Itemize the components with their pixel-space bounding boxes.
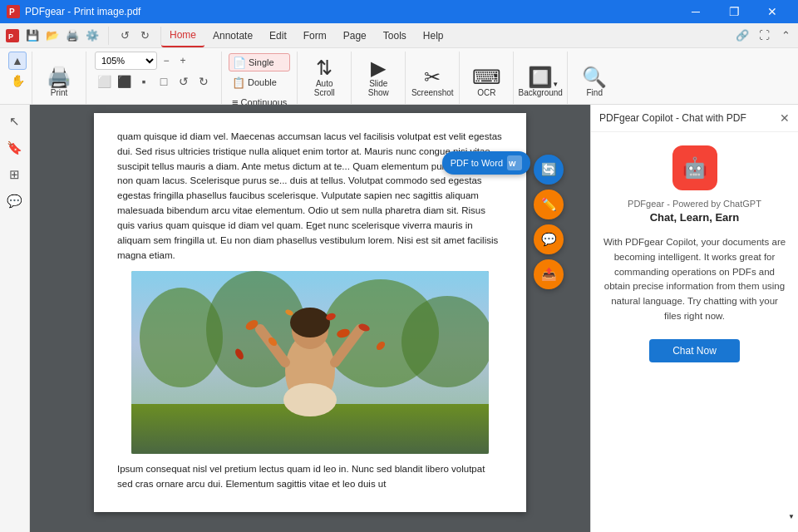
sidebar-cursor-button[interactable]: ↖	[3, 110, 27, 133]
menu-bar: P 💾 📂 🖨️ ⚙️ ↺ ↻ Home Annotate Edit Form …	[0, 23, 798, 48]
save-button[interactable]: 💾	[23, 27, 42, 45]
print-group: 🖨️ Print	[32, 52, 86, 104]
actual-size-button[interactable]: □	[155, 72, 173, 91]
pdf-to-word-button[interactable]: PDF to Word W	[442, 151, 530, 175]
pdf-to-word-label: PDF to Word	[451, 158, 503, 168]
quick-access-toolbar: P 💾 📂 🖨️ ⚙️	[3, 27, 108, 45]
print-button[interactable]: 🖨️ Print	[37, 52, 81, 100]
expand-button[interactable]: ⛶	[755, 27, 773, 45]
restore-button[interactable]: ❐	[715, 0, 753, 23]
rotate-right-button[interactable]: ↻	[195, 72, 213, 91]
hand-tool-button[interactable]: ✋	[8, 71, 27, 90]
auto-scroll-button[interactable]: ⇅ Auto Scroll ▼	[303, 52, 346, 100]
app-logo-button[interactable]: P	[3, 27, 22, 45]
copilot-tagline: Chat, Learn, Earn	[650, 211, 740, 224]
fit-page-button[interactable]: ⬜	[95, 72, 113, 91]
double-view-button[interactable]: 📋 Double	[229, 73, 290, 91]
auto-scroll-label: Auto Scroll	[304, 79, 344, 97]
tab-home[interactable]: Home	[161, 24, 204, 47]
zoom-in-button[interactable]: +	[175, 53, 190, 68]
tab-help[interactable]: Help	[415, 24, 452, 47]
tab-page[interactable]: Page	[335, 24, 375, 47]
window-title: PDFgear - Print image.pdf	[25, 6, 677, 17]
float-edit-button[interactable]: ✏️	[534, 190, 564, 219]
svg-point-17	[283, 383, 337, 416]
fit-height-button[interactable]: ▪	[135, 72, 153, 91]
copilot-logo: 🤖	[672, 145, 717, 190]
pdf-to-word-icon: W	[507, 155, 522, 170]
tab-annotate[interactable]: Annotate	[204, 24, 261, 47]
tab-edit[interactable]: Edit	[261, 24, 295, 47]
svg-point-14	[290, 308, 330, 337]
selection-tools-group: ▲ ✋	[3, 52, 32, 104]
redo-button[interactable]: ↻	[135, 27, 154, 45]
svg-point-10	[401, 296, 489, 387]
rotate-left-button[interactable]: ↺	[175, 72, 193, 91]
single-view-button[interactable]: 📄 Single	[229, 53, 290, 71]
ocr-button[interactable]: ⌨ OCR	[465, 52, 508, 100]
app-icon: P	[7, 5, 20, 18]
find-button[interactable]: 🔍 Find	[573, 52, 616, 100]
slide-show-icon: ▶	[371, 58, 386, 78]
panel-title: PDFgear Copilot - Chat with PDF	[599, 112, 746, 124]
double-icon: 📋	[232, 76, 245, 89]
main-content: ↖ 🔖 ⊞ 💬 PDF to Word W 🔄 ✏️ 💬 📤 quam quis…	[0, 105, 798, 532]
pdf-viewer[interactable]: PDF to Word W 🔄 ✏️ 💬 📤 quam quisque id d…	[30, 105, 590, 532]
find-icon: 🔍	[582, 67, 607, 87]
background-arrow-icon: ▼	[552, 81, 559, 88]
tab-form[interactable]: Form	[295, 24, 335, 47]
minimize-button[interactable]: ─	[677, 0, 715, 23]
background-button[interactable]: 🔲 Background ▼	[519, 52, 562, 100]
copilot-panel: PDFgear Copilot - Chat with PDF ✕ 🤖 PDFg…	[590, 105, 798, 532]
pdf-embedded-image	[131, 271, 489, 454]
zoom-area: 105% 50% 75% 100% 125% 150% 200% − + ⬜ ⬛…	[91, 52, 216, 91]
ribbon: ▲ ✋ 🖨️ Print 105% 50% 75% 100% 125% 150%…	[0, 48, 798, 105]
zoom-out-button[interactable]: −	[159, 53, 174, 68]
float-comment-button[interactable]: 💬	[534, 224, 564, 254]
float-primary-button[interactable]: 🔄	[534, 155, 564, 185]
slide-show-group: ▶ Slide Show	[352, 52, 406, 104]
left-sidebar: ↖ 🔖 ⊞ 💬	[0, 105, 30, 532]
tab-tools[interactable]: Tools	[375, 24, 415, 47]
zoom-select[interactable]: 105% 50% 75% 100% 125% 150% 200%	[95, 52, 157, 70]
open-button[interactable]: 📂	[43, 27, 62, 45]
screenshot-icon: ✂	[424, 67, 441, 87]
sidebar-bookmark-button[interactable]: 🔖	[3, 136, 27, 160]
right-menu: 🔗 ⛶ ⌃	[733, 27, 795, 45]
printer-icon: 🖨️	[47, 67, 71, 87]
panel-close-button[interactable]: ✕	[780, 111, 790, 125]
zoom-row: 105% 50% 75% 100% 125% 150% 200% − +	[95, 52, 190, 70]
find-group: 🔍 Find	[568, 52, 621, 104]
sidebar-thumbnail-button[interactable]: ⊞	[3, 163, 27, 186]
view-mode-group: 📄 Single 📋 Double ≡ Continuous	[222, 52, 298, 104]
ocr-icon: ⌨	[472, 67, 501, 87]
view-layout-buttons: 📄 Single 📋 Double ≡ Continuous	[227, 52, 292, 113]
pointer-tools: ▲ ✋	[8, 52, 27, 90]
svg-text:P: P	[9, 7, 15, 17]
cursor-tool-button[interactable]: ▲	[8, 52, 27, 70]
title-bar: P PDFgear - Print image.pdf ─ ❐ ✕	[0, 0, 798, 23]
print-qa-button[interactable]: 🖨️	[63, 27, 81, 45]
copilot-brand: PDFgear - Powered by ChatGPT	[628, 199, 761, 209]
background-icon: 🔲	[528, 67, 553, 87]
auto-scroll-arrow-icon: ▼	[788, 513, 795, 520]
float-share-button[interactable]: 📤	[534, 259, 564, 289]
background-group: 🔲 Background ▼	[514, 52, 568, 104]
share-button[interactable]: 🔗	[733, 27, 751, 45]
collapse-ribbon-button[interactable]: ⌃	[776, 27, 795, 45]
properties-button[interactable]: ⚙️	[83, 27, 101, 45]
chat-now-button[interactable]: Chat Now	[649, 339, 740, 362]
floating-toolbar: 🔄 ✏️ 💬 📤	[534, 155, 564, 289]
undo-button[interactable]: ↺	[116, 27, 134, 45]
screenshot-group: ✂ Screenshot	[406, 52, 460, 104]
sidebar-comment-button[interactable]: 💬	[3, 190, 27, 213]
panel-body: 🤖 PDFgear - Powered by ChatGPT Chat, Lea…	[591, 132, 798, 532]
zoom-group: 105% 50% 75% 100% 125% 150% 200% − + ⬜ ⬛…	[86, 52, 222, 104]
svg-text:W: W	[509, 160, 516, 168]
ocr-group: ⌨ OCR	[460, 52, 514, 104]
close-button[interactable]: ✕	[753, 0, 791, 23]
screenshot-button[interactable]: ✂ Screenshot	[411, 52, 454, 100]
slide-show-button[interactable]: ▶ Slide Show	[357, 52, 400, 100]
fit-width-button[interactable]: ⬛	[115, 72, 133, 91]
copilot-description: With PDFgear Copilot, your documents are…	[603, 235, 786, 324]
